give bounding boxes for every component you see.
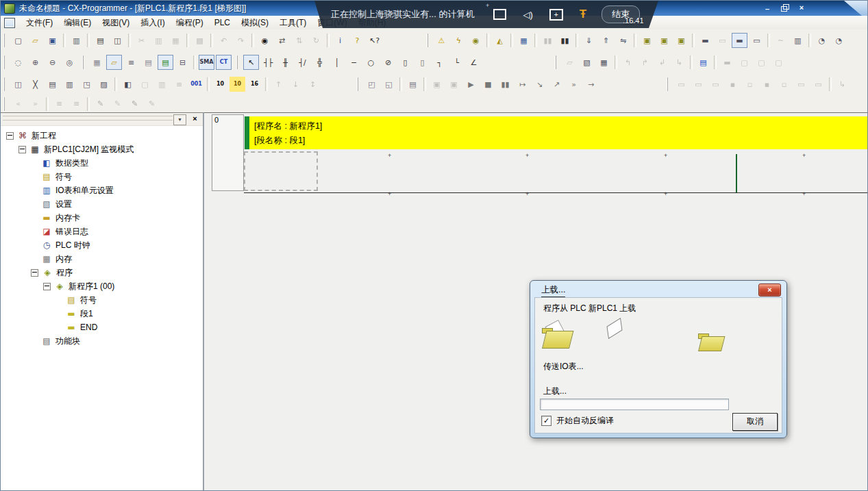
print-preview-button[interactable]: ◫ xyxy=(110,33,125,48)
show-grid-button[interactable]: ▦ xyxy=(89,55,105,70)
redo-button[interactable]: ↷ xyxy=(233,33,249,48)
compare-with-plc-button[interactable]: ⇋ xyxy=(615,33,631,48)
tree-item-section-end[interactable]: ▬END xyxy=(1,320,203,334)
show-sma-button[interactable]: SMA xyxy=(199,55,214,70)
show-ct-view-button[interactable]: CT xyxy=(216,55,232,70)
output-window-button[interactable]: ◳ xyxy=(79,77,95,92)
tree-item-memory[interactable]: ▦内存 xyxy=(1,252,203,266)
closed-coil-button[interactable]: ⊘ xyxy=(380,55,396,70)
speaker-icon[interactable]: ◁) xyxy=(523,10,532,20)
find-bit-address-button[interactable]: ⇅ xyxy=(291,33,307,48)
or-no-contact-button[interactable]: ╫ xyxy=(277,55,293,70)
download-to-plc-button[interactable]: ⇓ xyxy=(581,33,597,48)
tree-item-function-blocks[interactable]: ▤功能块 xyxy=(1,334,203,348)
line-connect-button[interactable]: └ xyxy=(449,55,464,70)
pause-flag-button[interactable]: ▣ xyxy=(429,77,445,92)
binary-view-button[interactable]: 001 xyxy=(188,77,204,92)
io-memory-1-button[interactable]: ▬ xyxy=(697,33,713,48)
diff-step-button[interactable]: ▱ xyxy=(562,55,578,70)
mallet-tool-button[interactable]: ╳ xyxy=(27,77,43,92)
compile-program-button[interactable]: ⚠ xyxy=(434,33,449,48)
tree-close-button[interactable]: × xyxy=(190,114,200,124)
paste-button[interactable]: ▦ xyxy=(168,33,184,48)
cycle-time-2-button[interactable]: ◔ xyxy=(831,33,847,48)
menu-编辑e[interactable]: 编辑(E) xyxy=(58,16,97,29)
tree-item-plc-clock[interactable]: ◷PLC 时钟 xyxy=(1,238,203,252)
tree-item-project[interactable]: ⌘新工程 xyxy=(1,129,203,142)
save-file-button[interactable]: ▣ xyxy=(45,33,60,48)
minimize-button[interactable]: – xyxy=(762,3,773,12)
show-hierarchy-button[interactable]: ⊟ xyxy=(175,55,190,70)
watch-expression-button[interactable]: ▤ xyxy=(405,77,421,92)
force-off-button[interactable]: ▫ xyxy=(742,77,758,92)
tree-dropdown-button[interactable]: ▼ xyxy=(173,114,186,125)
pause-simulator-button[interactable]: ▮▮ xyxy=(540,33,556,48)
online-edit-begin-button[interactable]: ▭ xyxy=(673,77,689,92)
show-symbol-comment-button[interactable]: ▱ xyxy=(106,55,122,70)
addr-ref-forward-button[interactable]: ↱ xyxy=(637,55,653,70)
menu-模拟s[interactable]: 模拟(S) xyxy=(236,16,274,29)
retrace-button[interactable]: ↻ xyxy=(308,33,324,48)
tree-item-settings[interactable]: ▧设置 xyxy=(1,197,203,211)
remove-program-button[interactable]: ◱ xyxy=(381,77,397,92)
zoom-fit-button[interactable]: ◎ xyxy=(62,55,77,70)
tree-item-programs[interactable]: ◈程序 xyxy=(1,266,203,279)
return-jump-button[interactable]: ↳ xyxy=(834,77,850,92)
remote-tool-icon[interactable]: Ŧ xyxy=(580,10,586,19)
help-button[interactable]: ? xyxy=(349,33,365,48)
monitor-pause-button[interactable]: ▭ xyxy=(793,77,809,92)
auto-online-button[interactable]: ◭ xyxy=(492,33,508,48)
goto-next-rung-button[interactable]: ↓ xyxy=(288,77,303,92)
io-memory-2-button[interactable]: ▭ xyxy=(715,33,730,48)
compile-check-button[interactable]: ▥ xyxy=(69,33,84,48)
zoom-in-button[interactable]: ⊕ xyxy=(27,55,43,70)
align-list-button[interactable]: ≡ xyxy=(51,97,67,112)
open-file-button[interactable]: ▱ xyxy=(27,33,43,48)
paint-green-button[interactable]: ✎ xyxy=(110,97,125,112)
monitor-window-button[interactable]: ▢ xyxy=(137,77,153,92)
expander-minus-icon[interactable] xyxy=(6,132,14,140)
select-tool-button[interactable]: ↖ xyxy=(243,55,259,70)
simulator-online-button[interactable]: ▦ xyxy=(516,33,532,48)
online-search-button[interactable]: ◉ xyxy=(468,33,484,48)
sim-fast-forward-button[interactable]: » xyxy=(566,77,582,92)
hex-display-button[interactable]: 16 xyxy=(247,77,262,92)
no-contact-button[interactable]: ┤├ xyxy=(260,55,276,70)
list-view-button[interactable]: ≡ xyxy=(171,77,187,92)
watch-tab-1-button[interactable]: ▬ xyxy=(719,55,735,70)
tree-item-program[interactable]: ◈新程序1 (00) xyxy=(1,279,203,293)
menu-编程p[interactable]: 编程(P) xyxy=(171,16,209,29)
differential-monitor-button[interactable]: ~ xyxy=(773,33,789,48)
menu-plc[interactable]: PLC xyxy=(209,16,236,29)
zoom-small-button[interactable]: ◌ xyxy=(10,55,26,70)
tree-item-data-types[interactable]: ◧数据类型 xyxy=(1,156,203,170)
paint-red-button[interactable]: ✎ xyxy=(92,97,108,112)
program-comment-banner[interactable]: [程序名 : 新程序1] [段名称 : 段1] xyxy=(245,116,867,149)
monitor-pause-mode-button[interactable]: ▣ xyxy=(673,33,689,48)
new-file-button[interactable]: ▢ xyxy=(10,33,26,48)
upload-from-plc-button[interactable]: ⇑ xyxy=(598,33,614,48)
restore-button[interactable] xyxy=(779,3,790,12)
signed-decimal-display-button[interactable]: 10 xyxy=(230,77,245,92)
tree-item-plc-device[interactable]: ▦新PLC1[CJ2M] 监视模式 xyxy=(1,142,203,156)
cascade-windows-button[interactable]: ◫ xyxy=(10,77,26,92)
paint-none-button[interactable]: ✎ xyxy=(144,97,160,112)
sim-step-end-button[interactable]: ↦ xyxy=(514,77,530,92)
tree-item-section[interactable]: ▬段1 xyxy=(1,307,203,320)
decimal-display-button[interactable]: 10 xyxy=(212,77,228,92)
watch-tab-4-button[interactable]: ▢ xyxy=(771,55,786,70)
fullscreen-icon[interactable] xyxy=(493,9,506,20)
address-reference-tool-button[interactable]: ▥ xyxy=(62,77,77,92)
pause-condition-button[interactable]: ▣ xyxy=(446,77,462,92)
watch-window-button[interactable]: ▤ xyxy=(45,77,60,92)
find-button[interactable]: ◉ xyxy=(257,33,273,48)
tree-item-error-log[interactable]: ◪错误日志 xyxy=(1,225,203,238)
monitor-resume-button[interactable]: ▭ xyxy=(810,77,826,92)
cycle-time-1-button[interactable]: ◔ xyxy=(814,33,830,48)
properties-button[interactable]: ▨ xyxy=(96,77,112,92)
print-button[interactable]: ▤ xyxy=(92,33,108,48)
insert-program-button[interactable]: ◰ xyxy=(364,77,380,92)
horizontal-line-button[interactable]: ─ xyxy=(346,55,362,70)
dialog-close-button[interactable]: × xyxy=(758,284,781,297)
sim-run-button[interactable]: ▶ xyxy=(463,77,479,92)
